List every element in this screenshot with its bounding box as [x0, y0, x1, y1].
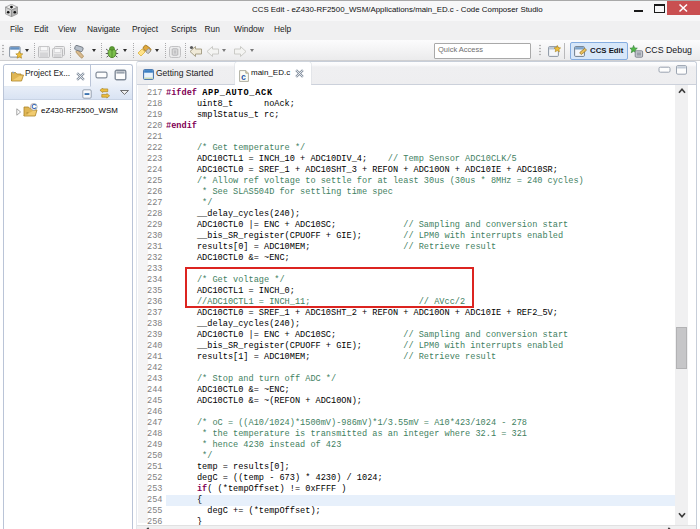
svg-text:C: C [31, 103, 36, 111]
svg-text:c: c [241, 73, 246, 82]
